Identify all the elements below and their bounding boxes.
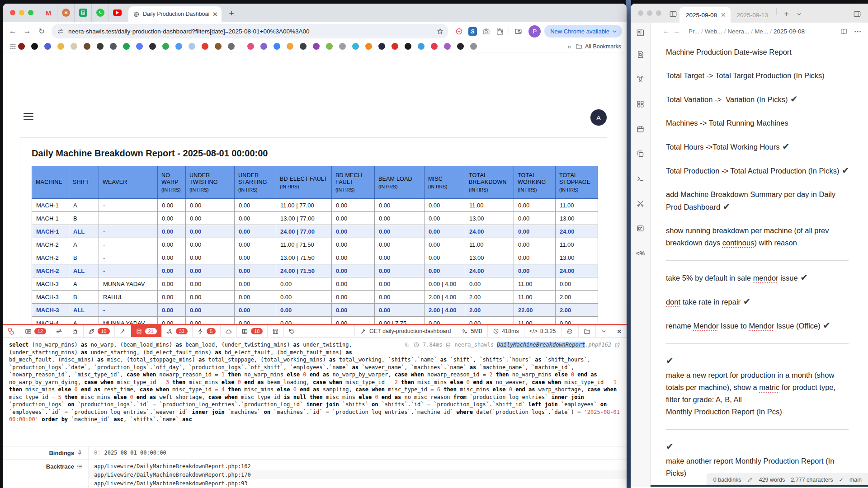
- note-paragraph[interactable]: Total Hours ->Total Working Hours ✔: [666, 141, 849, 153]
- extensions-puzzle-icon[interactable]: [493, 25, 506, 38]
- bookmark-favicon[interactable]: [215, 43, 222, 50]
- bookmark-favicon[interactable]: [405, 43, 411, 50]
- bookmark-favicon[interactable]: [123, 43, 130, 50]
- debugbar-tab-mails[interactable]: [220, 325, 236, 337]
- note-paragraph[interactable]: show running breakdown per machine (of a…: [666, 225, 849, 249]
- note-paragraph[interactable]: Total Variation -> Variation (In Picks) …: [666, 93, 849, 106]
- zoom-window-button[interactable]: [656, 10, 661, 16]
- breadcrumb-item[interactable]: Me...: [755, 28, 768, 35]
- note-paragraph[interactable]: Machines -> Total Running Machines: [666, 117, 849, 129]
- debugbar-tab-route[interactable]: [114, 325, 131, 337]
- bookmark-favicon[interactable]: [457, 43, 464, 50]
- bookmark-favicon[interactable]: [136, 43, 143, 50]
- breadcrumb-item[interactable]: 2025-09-08: [774, 28, 805, 35]
- all-bookmarks-button[interactable]: All Bookmarks: [576, 43, 621, 50]
- bookmark-favicon[interactable]: [228, 43, 235, 50]
- apps-grid-icon[interactable]: [7, 40, 18, 53]
- bookmark-favicon[interactable]: [97, 43, 104, 50]
- chrome-update-chip[interactable]: New Chrome available: [544, 25, 622, 38]
- backtrace-frame[interactable]: app/Livewire/DailyMachineBreakdownReport…: [89, 470, 627, 479]
- request-info[interactable]: GET daily-production-dashboard: [354, 325, 456, 337]
- bookmark-favicon[interactable]: [71, 43, 77, 50]
- debugbar-tab-views[interactable]: 10: [83, 325, 114, 337]
- bookmark-star-icon[interactable]: [436, 28, 444, 35]
- breadcrumb-item[interactable]: Neera...: [727, 28, 749, 35]
- url-text[interactable]: neera-shawls.test/daily-production-dashb…: [68, 28, 436, 35]
- note-content[interactable]: Machine Production Date-wise ReportTotal…: [651, 40, 851, 479]
- hamburger-menu-icon[interactable]: [24, 111, 33, 122]
- bookmark-favicon[interactable]: [326, 43, 333, 50]
- bookmark-favicon[interactable]: [18, 43, 25, 50]
- zoom-window-button[interactable]: [28, 10, 33, 15]
- copy-icon[interactable]: [404, 342, 410, 348]
- checkmark-line[interactable]: ✔: [666, 355, 849, 367]
- side-panel-search-icon[interactable]: [511, 25, 525, 38]
- debugbar-tab-tables[interactable]: 18: [236, 325, 267, 337]
- nav-back-icon[interactable]: ←: [662, 27, 670, 35]
- bookmark-favicon[interactable]: [175, 43, 182, 50]
- bookmark-favicon[interactable]: [313, 43, 320, 50]
- debugbar-tab-bug[interactable]: [67, 325, 83, 337]
- pinned-tab-claude[interactable]: [57, 4, 74, 22]
- file-list-icon[interactable]: [635, 27, 646, 38]
- camera-extension-icon[interactable]: [479, 25, 493, 38]
- bookmark-favicon[interactable]: [44, 43, 51, 50]
- breadcrumb[interactable]: Pr.../Web.../Neera.../Me.../2025-09-08: [689, 28, 805, 35]
- bookmark-favicon[interactable]: [162, 43, 169, 50]
- bookmark-favicon[interactable]: [189, 43, 195, 50]
- debugbar-tab-timeline[interactable]: [51, 325, 67, 337]
- pinned-tab-gmail[interactable]: M: [40, 4, 57, 22]
- bookmark-favicon[interactable]: [444, 43, 451, 50]
- terminal-icon[interactable]: [635, 173, 646, 184]
- bookmark-favicon[interactable]: [339, 43, 346, 50]
- query-source-file[interactable]: DailyMachineBreakdownReport.php#162: [497, 341, 611, 349]
- bookmark-favicon[interactable]: [365, 43, 372, 50]
- bookmark-favicon[interactable]: [274, 43, 280, 50]
- close-debugbar-button[interactable]: ✕: [612, 325, 627, 337]
- external-link-icon[interactable]: [614, 342, 620, 348]
- bookmark-favicon[interactable]: [202, 43, 208, 50]
- bookmark-favicon[interactable]: [149, 43, 156, 50]
- debugbar-tab-messages[interactable]: 12: [20, 325, 51, 337]
- more-options-icon[interactable]: ⋯: [854, 27, 862, 36]
- sync-check-icon[interactable]: ✓: [839, 476, 843, 483]
- new-tab-button[interactable]: +: [780, 8, 793, 20]
- new-tab-button[interactable]: +: [225, 7, 238, 20]
- pinned-tab-youtube[interactable]: [108, 4, 126, 22]
- backlinks-count[interactable]: 0 backlinks: [713, 477, 741, 483]
- s-extension-icon[interactable]: S: [466, 25, 479, 38]
- swords-icon[interactable]: [635, 198, 646, 209]
- active-tab[interactable]: Daily Production Dashboard - ✕: [128, 6, 222, 22]
- bookmark-favicon[interactable]: [84, 43, 90, 50]
- bookmark-favicon[interactable]: [247, 43, 254, 50]
- tab-list-chevron[interactable]: [793, 8, 806, 20]
- bookmark-favicon[interactable]: [470, 43, 477, 50]
- debugbar-tab-gate[interactable]: [267, 325, 283, 337]
- note-tab-inactive[interactable]: 2025-09-13: [731, 7, 773, 23]
- note-paragraph[interactable]: Total Target -> Total Target Production …: [666, 70, 849, 82]
- bookmark-favicon[interactable]: [287, 43, 293, 50]
- backtrace-frame[interactable]: app/Livewire/DailyMachineBreakdownReport…: [89, 479, 627, 488]
- bookmark-favicon[interactable]: [392, 43, 398, 50]
- history-button[interactable]: [561, 325, 578, 337]
- reading-mode-icon[interactable]: [840, 28, 848, 35]
- note-paragraph[interactable]: make a new report for production in a mo…: [666, 369, 849, 418]
- pocket-extension-icon[interactable]: [452, 25, 466, 38]
- git-branch[interactable]: main: [849, 477, 862, 483]
- backtrace-frame[interactable]: app/Livewire/DailyMachineBreakdownReport…: [89, 462, 627, 470]
- note-paragraph[interactable]: add Machine Breakdown Summary per day in…: [666, 188, 849, 213]
- tab-close-icon[interactable]: ✕: [212, 11, 218, 18]
- note-paragraph[interactable]: take 5% by default in sale mendor issue …: [666, 272, 849, 284]
- bookmark-favicon[interactable]: [418, 43, 425, 50]
- breadcrumb-item[interactable]: Pr...: [689, 28, 699, 35]
- back-button[interactable]: ←: [6, 25, 19, 38]
- note-paragraph[interactable]: rename Mendor Issue to Mendor Issue (Off…: [666, 319, 849, 332]
- toggle-left-sidebar-icon[interactable]: [667, 8, 679, 20]
- bookmark-favicon[interactable]: [260, 43, 267, 50]
- debugbar-tab-tags[interactable]: [283, 325, 300, 337]
- nav-forward-icon[interactable]: →: [673, 27, 680, 35]
- bookmarks-overflow-chevron[interactable]: »: [567, 43, 571, 50]
- checkmark-line[interactable]: ✔: [666, 441, 849, 453]
- address-bar[interactable]: neera-shawls.test/daily-production-dashb…: [52, 24, 448, 38]
- breadcrumb-item[interactable]: Web...: [705, 28, 722, 35]
